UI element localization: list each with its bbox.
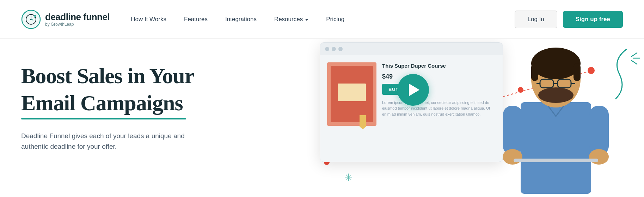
book-bookmark <box>360 115 366 129</box>
hero-section: Boost Sales in Your Email Campaigns Dead… <box>0 39 644 197</box>
hero-headline: Boost Sales in Your Email Campaigns <box>21 63 204 119</box>
svg-rect-28 <box>503 106 522 155</box>
course-price: $49 <box>382 73 496 80</box>
svg-rect-32 <box>514 159 598 162</box>
man-illustration <box>485 39 626 194</box>
svg-point-31 <box>589 149 609 165</box>
svg-rect-21 <box>574 63 581 81</box>
play-button[interactable] <box>397 74 429 106</box>
svg-point-27 <box>538 87 574 103</box>
hero-headline-line1: Boost Sales in Your <box>21 64 194 88</box>
login-button[interactable]: Log In <box>515 11 557 28</box>
logo-sub: by GrowthLeap <box>45 22 110 27</box>
nav-pricing[interactable]: Pricing <box>326 16 344 23</box>
man-figure <box>485 39 626 194</box>
svg-point-5 <box>35 16 36 17</box>
nav-integrations[interactable]: Integrations <box>225 16 257 23</box>
nav-features[interactable]: Features <box>184 16 208 23</box>
hero-headline-line2: Email Campaigns <box>21 91 204 119</box>
nav-actions: Log In Sign up free <box>515 11 623 28</box>
play-icon <box>409 84 419 96</box>
logo-name: deadline funnel <box>45 12 110 23</box>
logo-icon <box>21 10 41 29</box>
signup-button[interactable]: Sign up free <box>563 11 623 28</box>
svg-line-15 <box>632 61 637 64</box>
hero-illustration: This Super Duper Course $49 BUY NOW Lore… <box>292 39 644 197</box>
svg-rect-29 <box>589 106 609 155</box>
screen-top-bar <box>320 43 503 55</box>
browser-dot-1 <box>325 47 329 51</box>
hero-description: Deadline Funnel gives each of your leads… <box>21 131 204 152</box>
svg-line-13 <box>632 53 637 56</box>
logo[interactable]: deadline funnel by GrowthLeap <box>21 10 110 29</box>
book-illustration <box>327 62 376 126</box>
course-title: This Super Duper Course <box>382 62 496 69</box>
svg-rect-20 <box>531 63 538 81</box>
asterisk-decoration: ✳ <box>344 172 352 183</box>
navbar: deadline funnel by GrowthLeap How It Wor… <box>0 0 644 39</box>
browser-dot-3 <box>338 47 343 51</box>
logo-text: deadline funnel by GrowthLeap <box>45 12 110 27</box>
nav-resources[interactable]: Resources <box>274 16 308 23</box>
browser-dot-2 <box>332 47 336 51</box>
nav-how-it-works[interactable]: How It Works <box>131 16 166 23</box>
svg-point-19 <box>531 48 581 79</box>
chevron-down-icon <box>305 19 308 21</box>
book-label <box>338 84 366 101</box>
svg-point-30 <box>503 149 522 165</box>
hero-text: Boost Sales in Your Email Campaigns Dead… <box>21 56 204 152</box>
nav-links: How It Works Features Integrations Resou… <box>131 16 514 23</box>
course-lorem-text: Lorem ipsum dolor sit amet, consectetur … <box>382 100 496 117</box>
